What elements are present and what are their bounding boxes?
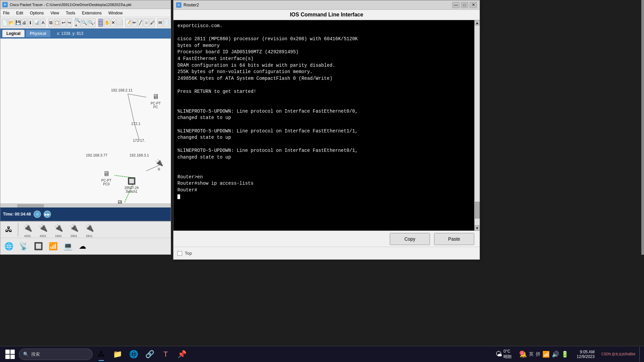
system-tray: 🔔 1 英 拼 📶 🔊 🔋 bbox=[517, 351, 571, 358]
mail2-btn[interactable]: 📨 bbox=[163, 18, 169, 27]
save-btn[interactable]: 💾 bbox=[15, 18, 21, 27]
start-button[interactable] bbox=[3, 347, 17, 362]
line-btn[interactable]: ╱ bbox=[138, 18, 143, 27]
ip-label-3: 172.17. bbox=[133, 138, 145, 142]
show-desktop-button[interactable] bbox=[639, 347, 641, 362]
dev-1941-item[interactable]: 🔌 1941 bbox=[51, 221, 65, 238]
switch1-label2: Switch1 bbox=[126, 190, 138, 193]
zoom-reset-btn[interactable]: 🔍 bbox=[81, 18, 87, 27]
info-btn[interactable]: ℹ bbox=[28, 18, 33, 27]
dev-1941-icon: 🔌 bbox=[52, 222, 65, 234]
copy-button[interactable]: Copy bbox=[390, 233, 430, 245]
top-checkbox[interactable] bbox=[177, 251, 182, 256]
print-btn[interactable]: 🖨 bbox=[22, 18, 27, 27]
notification-area[interactable]: 🔔 1 bbox=[520, 351, 527, 358]
dev-net-item[interactable]: 🌐 bbox=[2, 239, 16, 253]
oval-btn[interactable]: ○ bbox=[144, 18, 149, 27]
dev-4321-item[interactable]: 🔌 4321 bbox=[36, 221, 50, 238]
wireless-icon: 📶 bbox=[47, 240, 59, 253]
input-method-pinyin[interactable]: 拼 bbox=[536, 351, 540, 357]
new-btn[interactable]: 📄 bbox=[2, 18, 8, 27]
dev-type-all[interactable]: 🖧 bbox=[2, 223, 16, 237]
device-pc-top[interactable]: 🖥 PC-PT PC bbox=[150, 92, 162, 109]
scroll-track[interactable] bbox=[475, 25, 480, 225]
scroll-up-arrow[interactable]: ▲ bbox=[475, 20, 480, 25]
taskbar-app-edge[interactable]: 🌐 bbox=[126, 347, 141, 362]
volume-icon[interactable]: 🔊 bbox=[552, 351, 559, 358]
minimize-button[interactable]: — bbox=[452, 2, 460, 8]
copy-btn[interactable]: ⧉ bbox=[48, 18, 54, 27]
dev-2911-item[interactable]: 🔌 2911 bbox=[82, 221, 96, 238]
close-sel-btn[interactable]: ✕ bbox=[111, 18, 116, 27]
menu-view[interactable]: View bbox=[49, 10, 60, 16]
device-pc1[interactable]: 🖥 PC-PT PC1 bbox=[114, 198, 126, 203]
text-btn[interactable]: A bbox=[40, 18, 46, 27]
pc-top-icon: 🖥 bbox=[150, 92, 162, 102]
dev-endpoint-item[interactable]: 💻 bbox=[61, 239, 75, 253]
menu-tools[interactable]: Tools bbox=[64, 10, 76, 16]
network-canvas[interactable]: 192.168.2.11 172.1 172.17. 192.168.3.77 … bbox=[0, 39, 171, 203]
ip-label-5: 192.168.3.1 bbox=[129, 153, 149, 157]
taskbar-app-network[interactable]: 🔗 bbox=[142, 347, 157, 362]
csdn-area[interactable]: CSDN @失去的RaBbit bbox=[600, 352, 637, 357]
mail-btn[interactable]: ✉ bbox=[157, 18, 163, 27]
paste-button[interactable]: Paste bbox=[434, 233, 474, 245]
dev-router-item[interactable]: 🔌 4331 bbox=[20, 221, 35, 238]
scrollbar-thumb[interactable] bbox=[17, 204, 44, 207]
wifi-icon[interactable]: 📶 bbox=[542, 351, 550, 358]
endpoint-icon: 💻 bbox=[61, 240, 74, 253]
device-router[interactable]: 🔌 R bbox=[153, 158, 165, 171]
taskbar-app-misc[interactable]: 📌 bbox=[174, 347, 189, 362]
zoom-in-btn[interactable]: 🔍+ bbox=[74, 18, 80, 27]
right-resize-handle[interactable] bbox=[641, 0, 644, 255]
device-switch1[interactable]: 🔲 2950T-24 Switch1 bbox=[124, 176, 139, 193]
system-clock[interactable]: 9:05 AM 12/9/2023 bbox=[574, 350, 597, 359]
pen-btn[interactable]: ✏ bbox=[132, 18, 137, 27]
rect-sel-btn[interactable]: ⬜ bbox=[117, 18, 123, 27]
device-pc0[interactable]: 🖥 PC-PT PC0 bbox=[100, 169, 112, 186]
scroll-down-arrow[interactable]: ▼ bbox=[475, 225, 480, 231]
activity-btn[interactable]: 📊 bbox=[34, 18, 40, 27]
menu-options[interactable]: Options bbox=[29, 10, 45, 16]
open-btn[interactable]: 📂 bbox=[8, 18, 14, 27]
menu-edit[interactable]: Edit bbox=[15, 10, 24, 16]
battery-icon[interactable]: 🔋 bbox=[561, 351, 569, 358]
play-button[interactable]: ↺ bbox=[34, 210, 41, 218]
taskbar-app-pkt[interactable]: 🖧 bbox=[94, 347, 109, 362]
pkt-menu-bar: File Edit Options View Tools Extensions … bbox=[0, 9, 171, 17]
dev-wireless-item[interactable]: 📶 bbox=[46, 239, 60, 253]
menu-file[interactable]: File bbox=[2, 10, 11, 16]
close-button[interactable]: ✕ bbox=[470, 2, 477, 8]
pen2-btn[interactable]: 🖊 bbox=[150, 18, 155, 27]
select-btn[interactable]: ⬚ bbox=[98, 18, 103, 27]
dev-2901-item[interactable]: 🔌 2901 bbox=[67, 221, 81, 238]
tab-logical[interactable]: Logical bbox=[2, 30, 24, 37]
weather-widget[interactable]: 🌤 0°C 晴朗 bbox=[493, 348, 514, 361]
dev-cloud-item[interactable]: ☁ bbox=[75, 239, 90, 253]
restore-button[interactable]: □ bbox=[461, 2, 468, 8]
note-btn[interactable]: 📝 bbox=[125, 18, 131, 27]
ios-terminal[interactable]: exportcisco.com. cisco 2811 (MPC860) pro… bbox=[173, 20, 474, 231]
input-method-en[interactable]: 英 bbox=[529, 351, 534, 357]
taskbar-right: 🌤 0°C 晴朗 🔔 1 英 拼 📶 🔊 🔋 9:05 AM 12/9/2023 bbox=[493, 347, 641, 362]
dev-cable-item[interactable]: 📡 bbox=[16, 239, 31, 253]
router-action-buttons: Copy Paste bbox=[173, 231, 480, 247]
menu-extensions[interactable]: Extensions bbox=[80, 10, 103, 16]
canvas-scrollbar[interactable] bbox=[0, 203, 171, 207]
forward-button[interactable]: ▶▶ bbox=[44, 210, 51, 218]
paste-btn[interactable]: 📋 bbox=[54, 18, 60, 27]
zoom-out-btn[interactable]: 🔍- bbox=[88, 18, 95, 27]
router-app-icon: R bbox=[176, 2, 181, 8]
pkt-titlebar: P Cisco Packet Tracer - C:\Users\35911\O… bbox=[0, 0, 171, 9]
hand-btn[interactable]: ✋ bbox=[104, 18, 110, 27]
scroll-thumb[interactable] bbox=[475, 202, 480, 219]
taskbar-app-typora[interactable]: T bbox=[158, 347, 173, 362]
menu-window[interactable]: Window bbox=[107, 10, 124, 16]
terminal-scrollbar[interactable]: ▲ ▼ bbox=[474, 20, 480, 231]
taskbar-search[interactable]: 🔍 搜索 bbox=[19, 349, 93, 360]
dev-switch-item[interactable]: 🔲 bbox=[31, 239, 45, 253]
undo-btn[interactable]: ↩ bbox=[61, 18, 66, 27]
tab-physical[interactable]: Physical bbox=[26, 30, 50, 37]
taskbar-app-explorer[interactable]: 📁 bbox=[110, 347, 125, 362]
redo-btn[interactable]: ↪ bbox=[67, 18, 72, 27]
